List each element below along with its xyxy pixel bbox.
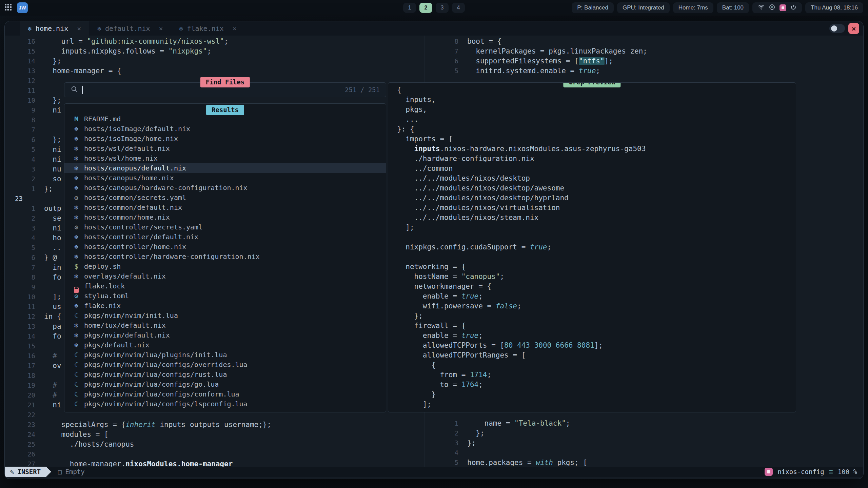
code-line[interactable]: imports = [ [397,134,796,144]
result-item[interactable]: ❄overlays/default.nix [64,271,386,281]
code-line[interactable]: ../../modules/nixos/virtualisation [397,203,796,212]
code-line[interactable]: ]; [397,222,796,232]
result-item[interactable]: ❄hosts/canopus/home.nix [64,173,386,183]
tab-close-icon[interactable]: × [159,24,163,33]
result-item[interactable]: ☾pkgs/nvim/nvim/lua/configs/rust.lua [64,369,386,379]
code-line[interactable]: ... [397,114,796,124]
code-line[interactable]: from = 1714; [397,370,796,380]
code-line[interactable]: networkmanager = { [397,281,796,291]
code-line[interactable]: inputs, [397,95,796,104]
result-item[interactable]: flake.lock [64,281,386,291]
editor-tab[interactable]: ❄home.nix× [20,21,89,36]
result-item[interactable]: $deploy.sh [64,261,386,271]
result-item[interactable]: ❄home/tux/default.nix [64,320,386,330]
tab-close-icon[interactable]: × [233,24,237,33]
result-item[interactable]: ☾pkgs/nvim/nvim/lua/plugins/init.lua [64,350,386,360]
result-item[interactable]: ☾pkgs/nvim/nvim/lua/configs/lspconfig.lu… [64,399,386,409]
code-line[interactable]: 2 }; [425,428,863,438]
result-item[interactable]: ❄hosts/isoImage/home.nix [64,134,386,143]
tab-close-icon[interactable]: × [77,24,81,33]
find-files-prompt[interactable]: Find Files 251 / 251 [64,82,386,97]
result-item[interactable]: ⚙hosts/common/secrets.yaml [64,192,386,202]
workspace-button[interactable]: 2 [419,3,432,13]
code-line[interactable]: 25 ./hosts/canopus [12,439,424,449]
code-line[interactable]: ]; [397,399,796,409]
code-line[interactable]: nixpkgs.config.cudaSupport = true; [397,242,796,252]
code-line[interactable]: ../../modules/nixos/steam.nix [397,212,796,222]
code-line[interactable]: 4 [425,448,863,458]
code-line[interactable]: pkgs, [397,104,796,114]
result-item[interactable]: MREADME.md [64,114,386,124]
code-line[interactable]: 13 home-manager = { [12,66,424,76]
result-item[interactable]: ☾pkgs/nvim/nvim/lua/configs/go.lua [64,379,386,389]
status-module[interactable]: Bat: 100 [717,2,749,13]
code-line[interactable]: 15 inputs.nixpkgs.follows = "nixpkgs"; [12,46,424,56]
code-line[interactable]: ./hardware-configuration.nix [397,154,796,163]
result-item[interactable]: ⚙stylua.toml [64,291,386,301]
workspace-button[interactable]: 4 [452,3,465,13]
result-item[interactable]: ❄pkgs/default.nix [64,340,386,350]
code-line[interactable]: 3}; [425,438,863,448]
code-line[interactable]: 26 [12,449,424,459]
code-line[interactable]: firewall = { [397,321,796,330]
code-line[interactable]: 8boot = { [425,36,863,46]
zen-toggle[interactable] [829,24,845,33]
code-line[interactable]: }: { [397,124,796,134]
app-launcher-icon[interactable] [5,4,12,12]
result-item[interactable]: ❄hosts/common/home.nix [64,212,386,222]
code-line[interactable] [397,252,796,262]
system-tray[interactable]: 0 [752,2,802,13]
code-line[interactable]: ../../modules/nixos/desktop [397,173,796,183]
active-app-badge[interactable]: JW [17,2,28,13]
status-module[interactable]: Home: 7ms [673,2,713,13]
code-line[interactable]: allowedTCPPorts = [80 443 3000 6666 8081… [397,340,796,350]
code-line[interactable]: inputs.nixos-hardware.nixosModules.asus-… [397,144,796,154]
result-item[interactable]: ❄pkgs/nvim/default.nix [64,330,386,340]
result-item[interactable]: ❄flake.nix [64,301,386,310]
code-line[interactable]: 7 kernelPackages = pkgs.linuxPackages_ze… [425,46,863,56]
status-module[interactable]: GPU: Integrated [617,2,670,13]
code-line[interactable]: allowedTCPPortRanges = [ [397,350,796,360]
result-item[interactable]: ❄hosts/canopus/hardware-configuration.ni… [64,183,386,192]
result-item[interactable]: ❄hosts/controller/hardware-configuration… [64,251,386,261]
code-line[interactable]: 24 modules = [ [12,429,424,439]
code-line[interactable]: to = 1764; [397,380,796,389]
clock[interactable]: Thu Aug 08, 18:16 [805,2,863,13]
result-item[interactable]: ❄hosts/common/default.nix [64,202,386,212]
code-pane-right-bottom[interactable]: 1 name = "Tela-black";2 };3};45home.pack… [425,418,863,467]
result-item[interactable]: ❄hosts/wsl/default.nix [64,143,386,153]
code-line[interactable]: 1 name = "Tela-black"; [425,418,863,428]
result-item[interactable]: ☾pkgs/nvim/nvim/lua/configs/overrides.lu… [64,360,386,369]
editor-area[interactable]: 16 url = "github:nix-community/nixos-wsl… [5,36,863,467]
code-line[interactable]: }; [397,311,796,321]
code-line[interactable]: { [397,360,796,370]
code-line[interactable]: 14 }; [12,56,424,66]
result-item[interactable]: ☾pkgs/nvim/nvim/lua/configs/conform.lua [64,389,386,399]
code-line[interactable]: 23 specialArgs = {inherit inputs outputs… [12,420,424,429]
workspace-button[interactable]: 1 [403,3,416,13]
code-pane-right-top[interactable]: 8boot = {7 kernelPackages = pkgs.linuxPa… [425,36,863,76]
result-item[interactable]: ☾pkgs/nvim/nvim/init.lua [64,310,386,320]
status-module[interactable]: P: Balanced [572,2,614,13]
workspace-button[interactable]: 3 [436,3,449,13]
code-line[interactable]: enable = true; [397,330,796,340]
code-line[interactable]: hostName = "canopus"; [397,271,796,281]
code-line[interactable]: 6 supportedFilesystems = ["ntfs"]; [425,56,863,66]
code-line[interactable]: ../../modules/nixos/desktop/hyprland [397,193,796,203]
code-line[interactable]: networking = { [397,262,796,271]
editor-tab[interactable]: ❄default.nix× [89,21,171,36]
code-line[interactable] [397,232,796,242]
result-item[interactable]: ❄hosts/controller/home.nix [64,242,386,251]
code-line[interactable]: 5 initrd.systemd.enable = true; [425,66,863,76]
code-line[interactable]: 27 home-manager.nixosModules.home-manage… [12,459,424,467]
window-close-button[interactable]: × [848,23,859,34]
code-line[interactable]: wifi.powersave = false; [397,301,796,311]
code-line[interactable]: } [397,389,796,399]
result-item[interactable]: ❄hosts/isoImage/default.nix [64,124,386,134]
code-line[interactable]: 5home.packages = with pkgs; [ [425,458,863,467]
code-line[interactable]: 16 url = "github:nix-community/nixos-wsl… [12,36,424,46]
code-line[interactable]: ../../modules/nixos/desktop/awesome [397,183,796,193]
code-line[interactable]: ../common [397,163,796,173]
result-item[interactable]: ⚙hosts/controller/secrets.yaml [64,222,386,232]
result-item[interactable]: ❄hosts/controller/default.nix [64,232,386,242]
